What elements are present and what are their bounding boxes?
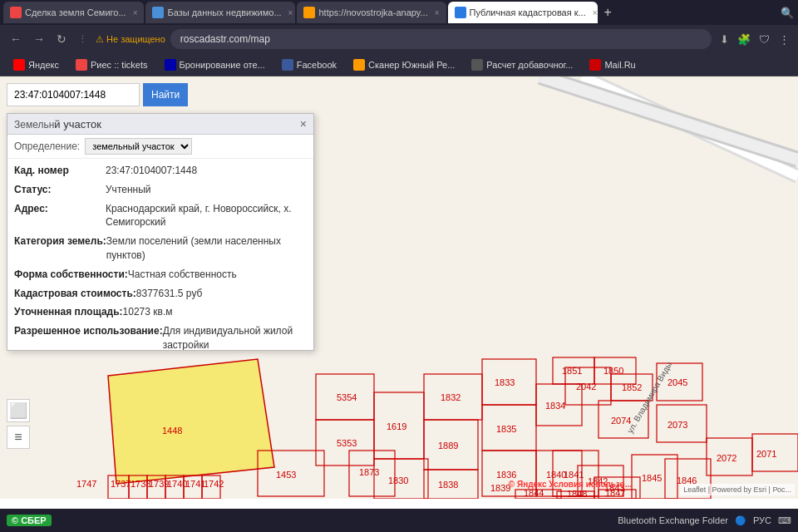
- bookmark-calc-label: Расчет добавочног...: [486, 60, 573, 70]
- mail-favicon: [589, 59, 601, 71]
- svg-text:1839: 1839: [490, 483, 510, 493]
- svg-text:1830: 1830: [388, 475, 408, 485]
- back-button[interactable]: ←: [7, 31, 25, 47]
- info-content: Кад. номер 23:47:0104007:1448 Статус: Уч…: [7, 159, 313, 350]
- svg-text:1832: 1832: [441, 392, 461, 402]
- bookmark-hotel[interactable]: Бронирование оте...: [158, 57, 272, 72]
- bluetooth-label: Bluetooth Exchange Folder: [618, 515, 728, 525]
- toolbar-label: Определение:: [14, 140, 80, 152]
- tab-3-label: https://novostrojka-anapy...: [318, 7, 427, 17]
- svg-text:1740: 1740: [167, 479, 187, 489]
- tab-3[interactable]: https://novostrojka-anapy... ×: [297, 2, 446, 23]
- lang-indicator: РУС: [753, 515, 771, 525]
- tab-3-close[interactable]: ×: [435, 8, 440, 17]
- svg-text:1847: 1847: [605, 488, 625, 498]
- bookmark-scanner[interactable]: Сканер Южный Ре...: [347, 57, 461, 72]
- search-icon[interactable]: 🔍: [780, 5, 795, 20]
- svg-text:5354: 5354: [337, 392, 357, 402]
- search-button[interactable]: Найти: [143, 83, 188, 106]
- tab-4-close[interactable]: ×: [593, 8, 598, 17]
- bookmark-calc[interactable]: Расчет добавочног...: [465, 57, 579, 72]
- svg-text:1747: 1747: [76, 479, 96, 489]
- new-tab-button[interactable]: +: [599, 5, 617, 20]
- bookmark-mail-label: Mail.Ru: [604, 60, 635, 70]
- sber-label: СБЕР: [21, 515, 47, 525]
- info-row-7: Разрешенное использование: Для индивидуа…: [14, 324, 307, 350]
- bookmark-facebook[interactable]: Facebook: [275, 57, 343, 72]
- parcel-1448-label: 1448: [162, 426, 182, 436]
- bookmark-ries[interactable]: Риес :: tickets: [69, 57, 155, 72]
- svg-text:1739: 1739: [149, 479, 169, 489]
- svg-text:1838: 1838: [438, 480, 458, 490]
- info-row-5: Кадастровая стоимость: 8377631.5 руб: [14, 287, 307, 301]
- yandex-logo: © Яндекс Условия использо...: [509, 480, 632, 489]
- tab-2-close[interactable]: ×: [288, 8, 293, 17]
- map-controls: ⬜ ≡: [7, 399, 30, 449]
- bookmark-hotel-label: Бронирование оте...: [180, 60, 265, 70]
- info-panel-close[interactable]: ×: [300, 117, 307, 131]
- search-overlay: Найти: [7, 83, 188, 106]
- svg-text:1453: 1453: [276, 470, 296, 480]
- tab-1-favicon: [10, 7, 22, 18]
- bookmark-ries-label: Риес :: tickets: [91, 60, 148, 70]
- svg-text:1619: 1619: [387, 421, 406, 431]
- map-attribution: Leaflet | Powered by Esri | Рос...: [680, 484, 795, 495]
- menu-icon[interactable]: ⋮: [776, 32, 791, 47]
- refresh-button[interactable]: ↻: [53, 31, 70, 47]
- bookmark-yandex[interactable]: Яндекс: [7, 57, 66, 72]
- bookmark-mail[interactable]: Mail.Ru: [583, 57, 642, 72]
- stack-button[interactable]: ≡: [7, 426, 30, 449]
- tab-2[interactable]: Базы данных недвижимо... ×: [145, 2, 295, 23]
- extension-icon[interactable]: 🧩: [736, 32, 751, 47]
- layers-button[interactable]: ⬜: [7, 399, 30, 422]
- browser-icons: ⬇ 🧩 🛡 ⋮: [717, 32, 791, 47]
- info-panel-title-text: й участок: [54, 118, 101, 131]
- sber-logo: © СБЕР: [7, 515, 52, 526]
- map-area[interactable]: 1448 1737 1738 1739 1740 1741 1742 1747 …: [0, 76, 798, 499]
- keyboard-icon: ⌨: [778, 515, 791, 526]
- tab-4-label: Публичная кадастровая к...: [470, 7, 586, 17]
- info-row-0: Кад. номер 23:47:0104007:1448: [14, 164, 307, 178]
- svg-text:2042: 2042: [576, 382, 596, 392]
- tab-2-label: Базы данных недвижимо...: [167, 7, 281, 17]
- tab-1-close[interactable]: ×: [133, 8, 138, 17]
- attribution-text: Leaflet | Powered by Esri | Рос...: [683, 485, 791, 494]
- bookmark-scanner-label: Сканер Южный Ре...: [368, 60, 455, 70]
- svg-text:1845: 1845: [642, 473, 662, 483]
- address-input[interactable]: [170, 29, 712, 49]
- calc-favicon: [471, 59, 483, 71]
- svg-text:1737: 1737: [111, 479, 131, 489]
- definition-select[interactable]: земельный участок: [85, 138, 192, 155]
- facebook-favicon: [282, 59, 293, 71]
- svg-text:1841: 1841: [564, 470, 584, 480]
- tab-3-favicon: [303, 7, 315, 18]
- tab-bar: Сделка земля Семиго... × Базы данных нед…: [0, 0, 798, 25]
- svg-text:1889: 1889: [438, 441, 458, 451]
- bluetooth-icon: 🔵: [735, 515, 746, 526]
- svg-text:5353: 5353: [337, 438, 357, 448]
- browser-chrome: Сделка земля Семиго... × Базы данных нед…: [0, 0, 798, 76]
- tab-4[interactable]: Публичная кадастровая к... ×: [448, 2, 598, 23]
- svg-text:1836: 1836: [496, 470, 516, 480]
- svg-text:1835: 1835: [496, 424, 516, 434]
- forward-button[interactable]: →: [30, 31, 48, 47]
- shield-icon[interactable]: 🛡: [756, 32, 771, 47]
- svg-text:1742: 1742: [204, 479, 224, 489]
- svg-text:1833: 1833: [495, 377, 515, 387]
- svg-text:2072: 2072: [717, 453, 736, 463]
- search-input[interactable]: [7, 83, 140, 106]
- status-bar: © СБЕР Bluetooth Exchange Folder 🔵 РУС ⌨: [0, 509, 798, 532]
- bookmark-yandex-label: Яндекс: [28, 60, 59, 70]
- info-panel: Земельнй участок × Определение: земельны…: [7, 113, 314, 351]
- svg-text:2045: 2045: [667, 377, 687, 387]
- bookmark-facebook-label: Facebook: [297, 60, 337, 70]
- svg-text:1844: 1844: [524, 488, 544, 498]
- download-icon[interactable]: ⬇: [717, 32, 732, 47]
- tab-1[interactable]: Сделка земля Семиго... ×: [3, 2, 144, 23]
- svg-text:1834: 1834: [545, 401, 565, 411]
- svg-text:1851: 1851: [562, 366, 582, 376]
- info-row-3: Категория земель: Земли поселений (земли…: [14, 234, 307, 263]
- tab-2-favicon: [152, 7, 164, 18]
- svg-text:1741: 1741: [185, 479, 205, 489]
- highlighted-parcel: [108, 359, 274, 484]
